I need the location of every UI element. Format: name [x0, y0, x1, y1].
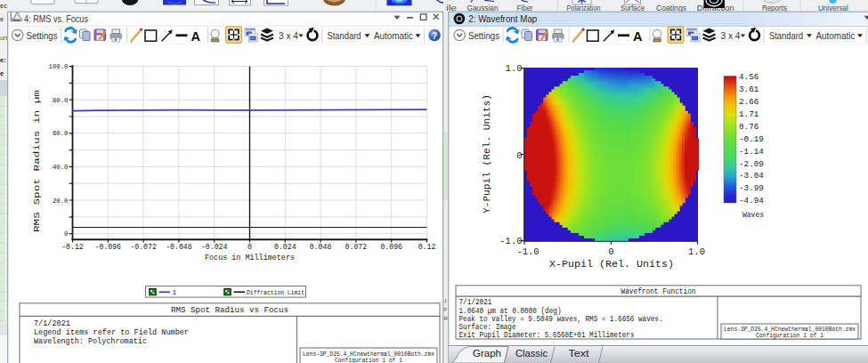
svg-text:A: A [191, 29, 201, 44]
svg-text:100.0: 100.0 [49, 63, 69, 70]
svg-text:e:: e: [0, 56, 6, 64]
svg-text:Diffraction Limit: Diffraction Limit [247, 289, 304, 296]
svg-text:-1.0: -1.0 [499, 236, 522, 246]
svg-text:F: F [444, 307, 448, 312]
svg-text:-0.096: -0.096 [95, 243, 122, 251]
svg-text:Classic: Classic [515, 348, 548, 359]
svg-text:0.072: 0.072 [345, 243, 368, 251]
svg-text:-0.19: -0.19 [739, 134, 764, 144]
svg-text:0.096: 0.096 [380, 243, 402, 251]
svg-text:J: J [444, 298, 447, 303]
svg-text:-4.94: -4.94 [739, 196, 764, 206]
svg-text:Configuration 1 of 1: Configuration 1 of 1 [335, 358, 402, 363]
svg-text:Exit Pupil Diameter: 5.6568E+0: Exit Pupil Diameter: 5.6568E+01 Millimet… [459, 331, 635, 340]
svg-text:1.0: 1.0 [506, 63, 523, 74]
svg-text:-1.0: -1.0 [516, 246, 539, 257]
svg-text:X-Pupil (Rel. Units): X-Pupil (Rel. Units) [549, 258, 674, 270]
svg-text:7/1/2021: 7/1/2021 [34, 319, 70, 328]
svg-text:0: 0 [516, 150, 522, 161]
svg-text:A: A [633, 29, 643, 44]
svg-text:RMS Spot Radius vs Focus: RMS Spot Radius vs Focus [171, 305, 288, 315]
svg-text:60.0: 60.0 [53, 130, 69, 137]
svg-text:Lens-3P_D25.4_HCnewthermal_001: Lens-3P_D25.4_HCnewthermal_0010Both.zmx [303, 351, 434, 358]
svg-text:RMS Spot Radius in µm: RMS Spot Radius in µm [32, 89, 42, 232]
svg-text:3 x 4: 3 x 4 [279, 30, 299, 41]
svg-text:80.0: 80.0 [53, 97, 69, 104]
svg-text:e: e [0, 69, 4, 77]
svg-text:Focus in Millimeters: Focus in Millimeters [205, 254, 295, 262]
svg-text:-1.14: -1.14 [739, 147, 764, 157]
svg-text:3 x 4: 3 x 4 [721, 30, 742, 41]
svg-text:Configuration 1 of 1: Configuration 1 of 1 [756, 333, 823, 339]
svg-text:Automatic: Automatic [374, 30, 413, 41]
svg-text:Text: Text [569, 348, 589, 359]
svg-text:Automatic: Automatic [816, 30, 856, 41]
svg-text:-0.12: -0.12 [61, 243, 84, 251]
svg-text:3.61: 3.61 [739, 85, 759, 94]
svg-text:-0.024: -0.024 [201, 243, 228, 251]
svg-text:-2.09: -2.09 [739, 159, 764, 169]
svg-text:Waves: Waves [742, 211, 764, 219]
svg-text:1.0: 1.0 [688, 246, 705, 257]
svg-text:Graph: Graph [473, 348, 501, 359]
svg-text:4: RMS vs. Focus: 4: RMS vs. Focus [24, 13, 88, 24]
svg-text:-3.99: -3.99 [739, 183, 764, 193]
svg-text:0.024: 0.024 [274, 243, 296, 251]
svg-text:Settings: Settings [27, 30, 58, 41]
svg-text:1: 1 [173, 288, 177, 296]
svg-text:un: un [0, 34, 7, 42]
svg-text:?: ? [432, 31, 437, 41]
svg-text:4.56: 4.56 [739, 72, 758, 82]
svg-text:Standard: Standard [769, 30, 803, 41]
svg-text:-0.048: -0.048 [166, 243, 192, 251]
svg-text:Y-Pupil (Rel. Units): Y-Pupil (Rel. Units) [481, 94, 492, 214]
svg-text:Standard: Standard [328, 30, 361, 41]
svg-text:ec: ec [0, 2, 7, 10]
svg-text:Wavelength: Polychromatic: Wavelength: Polychromatic [34, 337, 147, 346]
svg-text:Lens-3P_D25.4_HCnewthermal_001: Lens-3P_D25.4_HCnewthermal_0010Both.zmx [724, 327, 856, 333]
svg-text:20.0: 20.0 [53, 198, 69, 205]
svg-text:R: R [444, 316, 449, 321]
svg-text:0: 0 [64, 230, 68, 238]
svg-text:0.76: 0.76 [739, 122, 758, 132]
svg-text:Legend items refer to Field Nu: Legend items refer to Field Number [34, 328, 189, 337]
svg-text:2.66: 2.66 [739, 97, 758, 107]
svg-text:2: Wavefront Map: 2: Wavefront Map [468, 13, 537, 24]
svg-text:-3.04: -3.04 [739, 171, 764, 181]
svg-text:0: 0 [608, 246, 613, 257]
svg-text:-0.072: -0.072 [130, 243, 157, 251]
svg-text:0: 0 [247, 243, 252, 251]
svg-text:1.71: 1.71 [739, 109, 759, 119]
svg-text:0.048: 0.048 [310, 243, 332, 251]
svg-text:40.0: 40.0 [53, 164, 69, 171]
svg-text:0.12: 0.12 [418, 243, 436, 251]
svg-text:Settings: Settings [468, 30, 499, 41]
svg-text:e: e [0, 15, 4, 23]
svg-text:Wavefront Function: Wavefront Function [621, 287, 696, 296]
